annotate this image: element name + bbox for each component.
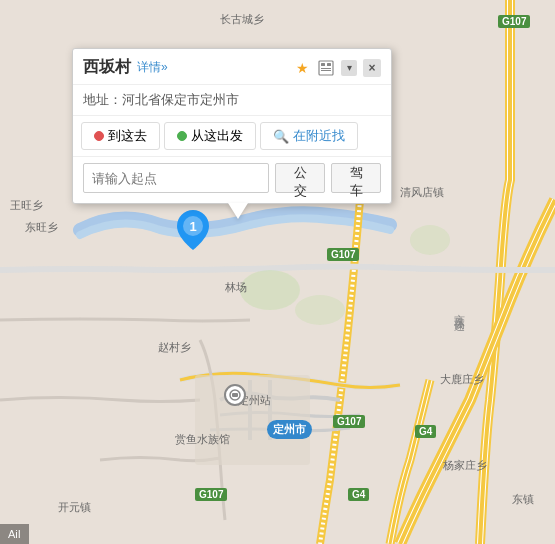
label-yangjia: 杨家庄乡 — [443, 458, 487, 473]
svg-point-2 — [240, 270, 300, 310]
popup-card: 西坂村 详情» ★ ▾ × 地址：河北省保定市定州市 — [72, 48, 392, 204]
label-dongwang: 东旺乡 — [25, 220, 58, 235]
watermark: AiI — [0, 524, 29, 544]
map-container: 长古城乡 清风店镇 东旺乡 王旺乡 林场 赵村乡 开元镇 大鹿庄乡 杨家庄乡 东… — [0, 0, 555, 544]
nav-tab-depart[interactable]: 从这出发 — [164, 122, 256, 150]
popup-nav-tabs: 到这去 从这出发 🔍 在附近找 — [73, 116, 391, 157]
badge-g4-1: G4 — [415, 425, 436, 438]
badge-g107-bottom: G107 — [333, 415, 365, 428]
favorite-icon[interactable]: ★ — [293, 59, 311, 77]
svg-rect-6 — [232, 393, 238, 397]
address-label: 地址： — [83, 92, 122, 107]
popup-header: 西坂村 详情» ★ ▾ × — [73, 49, 391, 85]
popup-title: 西坂村 — [83, 57, 131, 78]
label-shangyuwater: 赏鱼水族馆 — [175, 432, 230, 447]
popup-address: 地址：河北省保定市定州市 — [73, 85, 391, 116]
svg-rect-10 — [321, 63, 325, 66]
svg-rect-12 — [321, 68, 331, 69]
label-dong: 东镇 — [512, 492, 534, 507]
close-button[interactable]: × — [363, 59, 381, 77]
label-zhaocun: 赵村乡 — [158, 340, 191, 355]
dropdown-icon[interactable]: ▾ — [341, 60, 357, 76]
nav-tab-nearby[interactable]: 🔍 在附近找 — [260, 122, 358, 150]
arrive-dot — [94, 131, 104, 141]
label-dalu: 大鹿庄乡 — [440, 372, 484, 387]
svg-point-3 — [295, 295, 345, 325]
start-point-input[interactable] — [83, 163, 269, 193]
svg-text:1: 1 — [189, 219, 196, 234]
svg-rect-11 — [327, 63, 331, 66]
popup-header-icons: ★ ▾ × — [293, 59, 381, 77]
badge-g107-bottom2: G107 — [195, 488, 227, 501]
popup-input-row: 公交 驾车 — [73, 157, 391, 203]
share-icon[interactable] — [317, 59, 335, 77]
label-kaiyuan: 开元镇 — [58, 500, 91, 515]
bus-button[interactable]: 公交 — [275, 163, 325, 193]
label-linchang: 林场 — [225, 280, 247, 295]
label-qingfengdian: 清风店镇 — [400, 185, 444, 200]
depart-dot — [177, 131, 187, 141]
label-jingzhu: 京珠高速 — [452, 305, 467, 313]
svg-rect-13 — [321, 70, 331, 71]
label-wangzhuang: 王旺乡 — [10, 198, 43, 213]
nearby-search-icon: 🔍 — [273, 129, 289, 144]
badge-g4-2: G4 — [348, 488, 369, 501]
station-marker — [224, 384, 246, 406]
city-badge-dingzhou: 定州市 — [267, 420, 312, 439]
badge-g107-top: G107 — [498, 15, 530, 28]
popup-detail-link[interactable]: 详情» — [137, 59, 168, 76]
svg-point-4 — [410, 225, 450, 255]
arrive-label: 到这去 — [108, 127, 147, 145]
label-changgu: 长古城乡 — [220, 12, 264, 27]
nav-tab-arrive[interactable]: 到这去 — [81, 122, 160, 150]
depart-label: 从这出发 — [191, 127, 243, 145]
nearby-label: 在附近找 — [293, 127, 345, 145]
badge-g107-mid: G107 — [327, 248, 359, 261]
address-value: 河北省保定市定州市 — [122, 92, 239, 107]
location-pin[interactable]: 1 — [177, 210, 209, 242]
drive-button[interactable]: 驾车 — [331, 163, 381, 193]
